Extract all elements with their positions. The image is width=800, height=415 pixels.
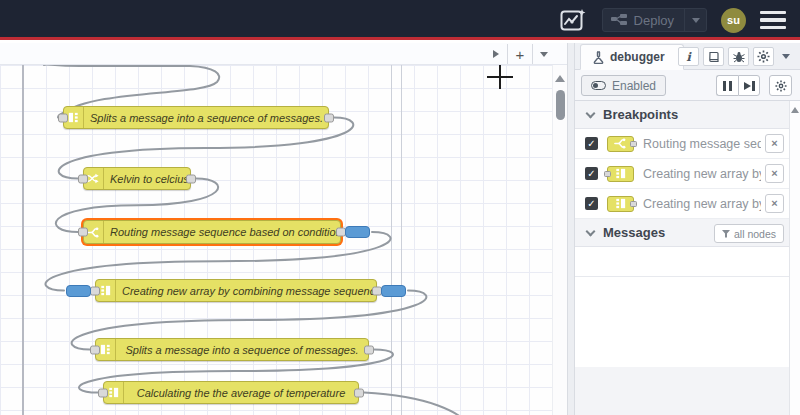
switch-node-icon — [87, 226, 100, 239]
sidebar-tabbar: debugger i — [575, 43, 800, 70]
node-mini-icon — [607, 196, 634, 212]
scroll-up-icon — [791, 107, 799, 113]
messages-background — [575, 367, 800, 415]
node-input-port[interactable] — [90, 286, 100, 295]
flow-node-kelvin[interactable]: Kelvin to celcius — [83, 167, 191, 190]
deploy-dropdown-button[interactable] — [684, 8, 706, 32]
book-icon — [708, 51, 720, 63]
deploy-nodes-icon — [611, 14, 627, 26]
scrollbar-thumb[interactable] — [556, 90, 565, 120]
pause-icon — [723, 81, 732, 91]
mini-port — [630, 201, 637, 207]
messages-empty-area — [575, 247, 800, 277]
node-label: Splits a message into a sequence of mess… — [116, 344, 368, 356]
flow-node-split1[interactable]: Splits a message into a sequence of mess… — [63, 106, 329, 129]
funnel-icon — [722, 230, 730, 238]
remove-breakpoint-button[interactable]: × — [765, 164, 784, 183]
sidebar-splitter[interactable] — [567, 43, 575, 415]
toggle-icon — [591, 81, 606, 90]
flow-node-join1[interactable]: Creating new array by combining message … — [95, 279, 377, 302]
user-avatar[interactable]: su — [721, 8, 746, 33]
sidebar-tab-label: debugger — [610, 50, 665, 64]
flow-node-split2[interactable]: Splits a message into a sequence of mess… — [95, 338, 369, 361]
debug-button[interactable] — [728, 47, 749, 66]
debugger-body: Breakpoints ✓ Routing message sequence b… — [575, 101, 800, 415]
filter-all-nodes-button[interactable]: all nodes — [714, 224, 784, 243]
sidebar-scrollbar[interactable] — [789, 101, 800, 415]
add-flow-button[interactable]: + — [507, 44, 533, 64]
flow-node-avg[interactable]: Calculating the the average of temperatu… — [103, 381, 359, 404]
enable-label: Enabled — [612, 79, 656, 93]
join-node-icon — [99, 284, 112, 297]
info-button[interactable]: i — [678, 47, 699, 66]
info-icon: i — [686, 50, 691, 64]
tab-scroll-right-button[interactable] — [485, 44, 507, 64]
breakpoints-section-header[interactable]: Breakpoints — [575, 101, 800, 129]
node-output-port[interactable] — [186, 174, 196, 183]
node-mini-icon — [607, 166, 634, 182]
breakpoint-indicator[interactable] — [66, 285, 91, 297]
gear-icon — [757, 50, 770, 63]
node-mini-icon — [607, 136, 634, 152]
debugger-toolbar: Enabled — [575, 70, 800, 101]
menu-button[interactable] — [760, 9, 786, 32]
mini-port — [630, 141, 637, 147]
breakpoint-checkbox[interactable]: ✓ — [585, 197, 598, 210]
node-input-port[interactable] — [78, 174, 88, 183]
breakpoint-label: Creating new array by combining message … — [643, 167, 761, 181]
breakpoint-indicator[interactable] — [345, 226, 370, 238]
remove-breakpoint-button[interactable]: × — [765, 134, 784, 153]
node-output-port[interactable] — [354, 388, 364, 397]
node-input-port[interactable] — [58, 113, 68, 122]
step-button[interactable] — [738, 75, 760, 96]
node-output-port[interactable] — [364, 345, 374, 354]
node-label: Kelvin to celcius — [104, 173, 190, 185]
flask-icon — [593, 51, 604, 64]
messages-section-header[interactable]: Messages all nodes — [575, 219, 800, 247]
breakpoint-checkbox[interactable]: ✓ — [585, 167, 598, 180]
sidebar-settings-button[interactable] — [753, 47, 774, 66]
triangle-right-icon — [493, 50, 499, 58]
app-header: Deploy su — [0, 0, 800, 40]
sidebar-tabs-dropdown[interactable] — [778, 47, 794, 66]
chevron-down-icon — [586, 108, 596, 118]
split-node-icon — [67, 111, 80, 124]
breakpoint-label: Creating new array by combining message … — [643, 197, 761, 211]
remove-breakpoint-button[interactable]: × — [765, 194, 784, 213]
sidebar: debugger i — [575, 43, 800, 415]
join-node-icon — [614, 197, 627, 210]
chevron-down-icon — [540, 52, 548, 57]
filter-label: all nodes — [734, 228, 776, 240]
node-input-port[interactable] — [90, 345, 100, 354]
split-node-icon — [99, 343, 112, 356]
switch-node-icon — [614, 137, 627, 150]
deploy-label: Deploy — [634, 13, 684, 28]
node-input-port[interactable] — [78, 228, 88, 237]
menu-icon — [760, 11, 786, 15]
debugger-settings-button[interactable] — [769, 75, 792, 96]
flow-canvas[interactable]: Splits a message into a sequence of mess… — [0, 65, 552, 415]
flow-node-switch1[interactable]: Routing message sequence based on condit… — [83, 220, 341, 244]
chevron-down-icon — [782, 54, 790, 59]
breakpoint-checkbox[interactable]: ✓ — [585, 137, 598, 150]
gear-icon — [775, 80, 787, 92]
node-label: Creating new array by combining message … — [116, 285, 376, 297]
node-input-port[interactable] — [98, 388, 108, 397]
node-output-port[interactable] — [324, 113, 334, 122]
node-label: Calculating the the average of temperatu… — [124, 387, 358, 399]
chevron-down-icon — [692, 18, 700, 23]
pause-button[interactable] — [716, 75, 738, 96]
docs-button[interactable] — [703, 47, 724, 66]
breakpoint-row: ✓ Creating new array by combining messag… — [575, 189, 800, 219]
deploy-button[interactable]: Deploy — [602, 8, 707, 32]
node-red-app: Deploy su + Spl — [0, 0, 800, 415]
plus-icon: + — [516, 46, 525, 63]
breakpoint-indicator[interactable] — [381, 285, 406, 297]
enable-toggle-button[interactable]: Enabled — [581, 75, 666, 96]
sidebar-tab-debugger[interactable]: debugger — [580, 44, 684, 70]
assistant-icon[interactable] — [558, 7, 588, 33]
node-label: Routing message sequence based on condit… — [104, 226, 340, 238]
flow-list-button[interactable] — [533, 44, 555, 64]
canvas-scrollbar[interactable] — [552, 65, 567, 415]
join-node-icon — [107, 386, 120, 399]
